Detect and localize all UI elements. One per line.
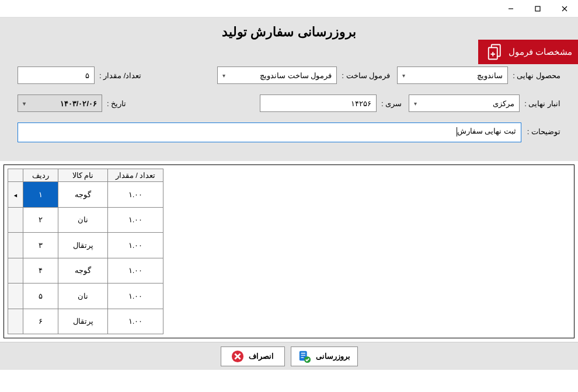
cancel-x-icon <box>231 350 244 363</box>
cell-name: نان <box>58 207 108 233</box>
cell-qty: ۱.۰۰ <box>108 207 163 233</box>
warehouse-label: انبار نهایی : <box>524 99 560 108</box>
cell-row: ۴ <box>23 258 58 284</box>
col-name-header: نام کالا <box>58 169 108 182</box>
col-gutter-header <box>8 169 23 182</box>
formula-label: فرمول ساخت : <box>342 71 390 80</box>
chevron-down-icon: ▾ <box>222 72 225 79</box>
cell-row: ۵ <box>23 284 58 309</box>
table-row[interactable]: ۱.۰۰ نان ۲ <box>8 207 163 233</box>
maximize-button[interactable] <box>524 0 551 18</box>
warehouse-select[interactable]: مرکزی ▾ <box>409 94 520 112</box>
cell-row: ۳ <box>23 233 58 258</box>
cell-qty: ۱.۰۰ <box>108 258 163 284</box>
cell-name: گوجه <box>58 258 108 284</box>
row-gutter <box>8 284 23 309</box>
col-row-header: ردیف <box>23 169 58 182</box>
row-indicator-icon <box>8 182 23 208</box>
date-value: ۱۴۰۳/۰۲/۰۶ <box>60 99 97 108</box>
date-label: تاریخ : <box>107 99 126 108</box>
header-area: بروزرسانی سفارش تولید مشخصات فرمول <box>0 18 578 56</box>
row-gutter <box>8 207 23 233</box>
cell-qty: ۱.۰۰ <box>108 309 163 334</box>
svg-rect-0 <box>535 6 540 11</box>
chevron-down-icon: ▾ <box>402 72 405 79</box>
cell-name: نان <box>58 284 108 309</box>
cell-row-selected: ۱ <box>23 182 58 208</box>
grid-area: تعداد / مقدار نام کالا ردیف ۱.۰۰ گوجه ۱ … <box>4 164 574 338</box>
table-row[interactable]: ۱.۰۰ گوجه ۴ <box>8 258 163 284</box>
cell-name: گوجه <box>58 182 108 208</box>
minimize-button[interactable] <box>497 0 524 18</box>
final-product-value: ساندویچ <box>477 71 503 80</box>
update-button-label: بروزرسانی <box>316 352 350 360</box>
page-title: بروزرسانی سفارش تولید <box>0 24 578 40</box>
cell-row: ۲ <box>23 207 58 233</box>
desc-value: ثبت نهایی سفارش <box>457 127 516 135</box>
table-header-row: تعداد / مقدار نام کالا ردیف <box>8 169 163 182</box>
close-button[interactable] <box>551 0 578 18</box>
qty-input[interactable]: ۵ <box>18 66 95 84</box>
cell-name: پرتقال <box>58 233 108 258</box>
qty-label: تعداد/ مقدار : <box>99 71 141 80</box>
chevron-down-icon: ▾ <box>23 100 26 107</box>
update-check-icon <box>298 350 311 363</box>
qty-value: ۵ <box>85 71 89 80</box>
desc-label: توضیحات : <box>527 123 560 142</box>
cell-name: پرتقال <box>58 309 108 334</box>
table-row[interactable]: ۱.۰۰ پرتقال ۳ <box>8 233 163 258</box>
final-product-label: محصول نهایی : <box>513 71 560 80</box>
serial-value: ۱۴۲۵۶ <box>351 99 371 108</box>
description-input[interactable]: ثبت نهایی سفارش <box>18 123 521 142</box>
serial-input[interactable]: ۱۴۲۵۶ <box>260 94 377 112</box>
update-button[interactable]: بروزرسانی <box>291 346 358 366</box>
serial-label: سری : <box>381 99 402 108</box>
cancel-button-label: انصراف <box>249 352 274 360</box>
formula-value: فرمول ساخت ساندویچ <box>260 71 332 80</box>
warehouse-value: مرکزی <box>493 99 514 108</box>
cell-qty: ۱.۰۰ <box>108 182 163 208</box>
row-gutter <box>8 233 23 258</box>
form-area: محصول نهایی : ساندویچ ▾ فرمول ساخت : فرم… <box>0 56 578 160</box>
chevron-down-icon: ▾ <box>414 100 417 107</box>
cell-row: ۶ <box>23 309 58 334</box>
col-qty-header: تعداد / مقدار <box>108 169 163 182</box>
row-gutter <box>8 258 23 284</box>
table-row[interactable]: ۱.۰۰ گوجه ۱ <box>8 182 163 208</box>
row-gutter <box>8 309 23 334</box>
cell-qty: ۱.۰۰ <box>108 233 163 258</box>
formula-spec-badge[interactable]: مشخصات فرمول <box>478 40 578 64</box>
final-product-select[interactable]: ساندویچ ▾ <box>397 66 508 84</box>
formula-icon <box>486 43 504 61</box>
items-table[interactable]: تعداد / مقدار نام کالا ردیف ۱.۰۰ گوجه ۱ … <box>8 169 163 334</box>
cell-qty: ۱.۰۰ <box>108 284 163 309</box>
cancel-button[interactable]: انصراف <box>221 346 285 366</box>
date-picker[interactable]: ▾ ۱۴۰۳/۰۲/۰۶ <box>18 94 102 112</box>
titlebar <box>0 0 578 18</box>
formula-select[interactable]: فرمول ساخت ساندویچ ▾ <box>217 66 337 84</box>
table-row[interactable]: ۱.۰۰ پرتقال ۶ <box>8 309 163 334</box>
footer: بروزرسانی انصراف <box>0 342 578 370</box>
badge-label: مشخصات فرمول <box>509 47 572 57</box>
table-row[interactable]: ۱.۰۰ نان ۵ <box>8 284 163 309</box>
